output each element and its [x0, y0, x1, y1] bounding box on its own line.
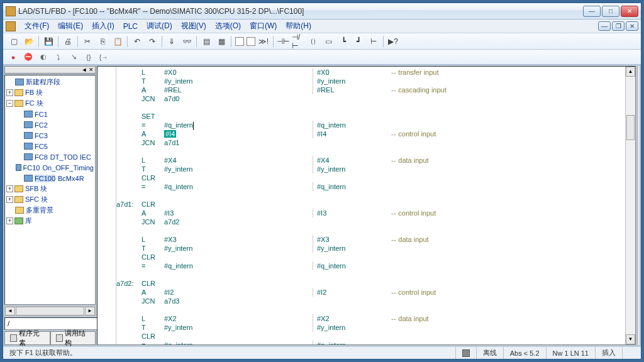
code-line[interactable]: L#X2#X2--data input	[118, 314, 625, 323]
code-line[interactable]: A#REL#REL--cascading input	[118, 85, 625, 94]
titlebar[interactable]: LAD/STL/FBD - [FC100 -- "BcMx4R" -- Demo…	[3, 3, 641, 19]
code-line[interactable]: L#X3#X3--data input	[118, 235, 625, 244]
new-button[interactable]: ▢	[7, 35, 21, 48]
tree-fc10[interactable]: FC10On_OFF_Timing	[6, 162, 94, 173]
branch-close-icon[interactable]: ┛	[352, 35, 365, 48]
panel-close-strip[interactable]: ◄ ✕	[4, 66, 96, 74]
program-tree[interactable]: 新建程序段 +FB 块 −FC 块 FC1 FC2 FC3 FC5 FC8DT_…	[4, 75, 96, 305]
code-line[interactable]: =#q_intern#q_intern	[118, 341, 625, 344]
breakpoint-toggle-icon[interactable]: ◐	[37, 52, 50, 63]
menu-options[interactable]: 选项(O)	[211, 19, 245, 33]
code-line[interactable]: JCNa7d3	[118, 297, 625, 305]
code-editor[interactable]: L#X0#X0--transfer inputT#y_intern#y_inte…	[116, 67, 625, 344]
code-line[interactable]	[118, 147, 625, 156]
menu-debug[interactable]: 调试(D)	[143, 19, 176, 33]
run-to-icon[interactable]: {→	[97, 52, 110, 63]
open-button[interactable]: 📂	[22, 35, 36, 48]
tree-fc8[interactable]: FC8DT_TOD IEC	[6, 151, 94, 162]
menu-help[interactable]: 帮助(H)	[282, 19, 315, 33]
detail-button[interactable]: ▦	[214, 35, 228, 48]
check-1[interactable]	[235, 37, 244, 46]
tree-lib[interactable]: +库	[6, 216, 94, 226]
code-line[interactable]: JCNa7d1	[118, 138, 625, 147]
undo-button[interactable]: ↶	[130, 35, 144, 48]
tree-new-segment[interactable]: 新建程序段	[6, 77, 94, 87]
cut-button[interactable]: ✂	[80, 35, 94, 48]
close-button[interactable]: ✕	[621, 6, 638, 17]
code-line[interactable]: T#y_intern#y_intern	[118, 77, 625, 85]
code-line[interactable]: CLR	[118, 332, 625, 341]
step-over-icon[interactable]: ⤵	[52, 52, 65, 63]
code-line[interactable]: T#y_intern#y_intern	[118, 165, 625, 173]
vscrollbar[interactable]: ▲ ▼	[625, 67, 635, 344]
scroll-right-icon[interactable]: ►	[85, 307, 95, 315]
check-2[interactable]	[247, 37, 255, 46]
context-help-button[interactable]: ▶?	[386, 35, 400, 48]
menu-file[interactable]: 文件(F)	[21, 19, 53, 33]
code-line[interactable]: T#y_intern#y_intern	[118, 323, 625, 332]
download-button[interactable]: ⇓	[165, 35, 179, 48]
tree-fc2[interactable]: FC2	[6, 119, 94, 130]
tab-elements[interactable]: 程序元素	[4, 331, 50, 345]
mdi-restore[interactable]: ❐	[612, 21, 625, 31]
code-line[interactable]: L#X4#X4--data input	[118, 156, 625, 165]
breakpoint-icon[interactable]: ●	[7, 52, 19, 63]
contact-nc-icon[interactable]: ⊣/⊢	[291, 35, 305, 48]
tree-fc-folder[interactable]: −FC 块	[6, 98, 94, 109]
tree-sfb[interactable]: +SFB 块	[6, 184, 94, 194]
text-button[interactable]: ≫!	[257, 35, 270, 48]
scroll-up-icon[interactable]: ▲	[626, 67, 635, 77]
menu-window[interactable]: 窗口(W)	[246, 19, 280, 33]
tree-fc5[interactable]: FC5	[6, 141, 94, 151]
code-line[interactable]	[118, 305, 625, 314]
code-line[interactable]: SET	[118, 112, 625, 121]
tab-callstruct[interactable]: 调用结构	[50, 331, 96, 345]
code-line[interactable]: =#q_intern#q_intern	[118, 121, 625, 129]
scroll-thumb[interactable]	[16, 307, 84, 315]
print-button[interactable]: 🖨	[61, 35, 75, 48]
minimize-button[interactable]: —	[583, 6, 601, 17]
coil-icon[interactable]: ⟮⟯	[306, 35, 320, 48]
code-line[interactable]	[118, 191, 625, 200]
menu-insert[interactable]: 插入(I)	[88, 19, 118, 33]
mdi-minimize[interactable]: —	[598, 21, 611, 31]
vscroll-thumb[interactable]	[626, 115, 635, 140]
tree-overlap[interactable]: 多重背景	[6, 205, 94, 216]
code-line[interactable]	[118, 103, 625, 112]
catalog-button[interactable]: ▤	[199, 35, 213, 48]
code-line[interactable]: JCNa7d2	[118, 217, 625, 226]
contact-no-icon[interactable]: ⊣⊢	[276, 35, 290, 48]
breakpoint-list-icon[interactable]: ⛔	[22, 52, 35, 63]
redo-button[interactable]: ↷	[145, 35, 159, 48]
tree-hscroll[interactable]: ◄ ►	[4, 306, 96, 316]
code-line[interactable]: A#I3#I3--control input	[118, 209, 625, 217]
code-line[interactable]: JCNa7d0	[118, 94, 625, 103]
scroll-down-icon[interactable]: ▼	[626, 334, 635, 344]
monitor-button[interactable]: 👓	[180, 35, 194, 48]
tree-fb-folder[interactable]: +FB 块	[6, 87, 94, 98]
code-line[interactable]: a7d1:CLR	[118, 200, 625, 209]
code-line[interactable]: A#I4#I4--control input	[118, 129, 625, 138]
maximize-button[interactable]: □	[602, 6, 619, 17]
menu-edit[interactable]: 编辑(E)	[54, 19, 87, 33]
code-line[interactable]: a7d2:CLR	[118, 279, 625, 288]
save-button[interactable]: 💾	[42, 35, 55, 48]
tree-fc1[interactable]: FC1	[6, 109, 94, 119]
code-line[interactable]: =#q_intern#q_intern	[118, 182, 625, 191]
code-line[interactable]: L#X0#X0--transfer input	[118, 68, 625, 77]
code-line[interactable]: =#q_intern#q_intern	[118, 261, 625, 270]
code-line[interactable]: CLR	[118, 173, 625, 182]
menu-view[interactable]: 视图(V)	[177, 19, 210, 33]
tree-sfc[interactable]: +SFC 块	[6, 194, 94, 205]
code-line[interactable]: A#I2#I2--control input	[118, 288, 625, 297]
mdi-close[interactable]: ✕	[626, 21, 638, 31]
step-out-icon[interactable]: {}	[82, 52, 95, 63]
copy-button[interactable]: ⎘	[96, 35, 109, 48]
code-line[interactable]: T#y_intern#y_intern	[118, 244, 625, 253]
box-icon[interactable]: ▭	[321, 35, 335, 48]
code-line[interactable]	[118, 270, 625, 279]
code-line[interactable]	[118, 226, 625, 235]
connection-icon[interactable]: ⊢	[367, 35, 380, 48]
tree-fc3[interactable]: FC3	[6, 130, 94, 141]
branch-open-icon[interactable]: ┗	[336, 35, 350, 48]
